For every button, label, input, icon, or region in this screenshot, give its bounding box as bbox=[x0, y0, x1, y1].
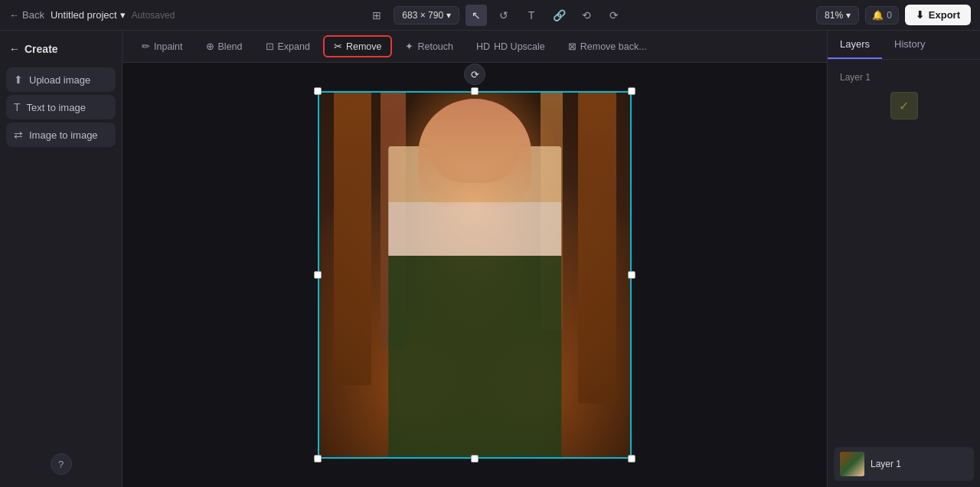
sidebar-title: Create bbox=[24, 43, 58, 55]
project-title: Untitled project bbox=[51, 9, 117, 21]
blend-tool-button[interactable]: ⊕ Blend bbox=[196, 36, 253, 57]
refresh-icon: ⟳ bbox=[471, 69, 479, 80]
inpaint-tool-button[interactable]: ✏ Inpaint bbox=[132, 36, 193, 57]
create-icon: ← bbox=[9, 43, 20, 55]
sidebar-header: ← Create bbox=[6, 37, 116, 61]
tab-history[interactable]: History bbox=[882, 31, 937, 59]
panel-content: Layer 1 ✓ bbox=[828, 60, 980, 441]
chevron-down-icon: ▾ bbox=[120, 9, 126, 21]
resize-icon[interactable]: ⊞ bbox=[366, 5, 387, 26]
retouch-tool-button[interactable]: ✦ Retouch bbox=[395, 36, 463, 57]
blend-icon: ⊕ bbox=[206, 41, 214, 52]
retouch-icon: ✦ bbox=[405, 41, 413, 52]
sidebar-item-label: Image to image bbox=[29, 129, 98, 141]
layer-item[interactable]: Layer 1 bbox=[834, 447, 974, 481]
handle-top-left[interactable] bbox=[314, 87, 322, 95]
checkmark-icon: ✓ bbox=[899, 99, 909, 113]
chevron-down-icon: ▾ bbox=[846, 10, 851, 21]
sidebar-item-upload-image[interactable]: ⬆ Upload image bbox=[6, 67, 116, 92]
back-icon: ← bbox=[9, 9, 19, 21]
topbar-center: ⊞ 683 × 790 ▾ ↖ ↺ T 🔗 ⟲ ⟳ bbox=[184, 5, 807, 26]
layer-item-thumbnail bbox=[840, 452, 864, 476]
undo-icon[interactable]: ↺ bbox=[493, 5, 514, 26]
tree-left-1 bbox=[334, 91, 371, 385]
handle-middle-left[interactable] bbox=[314, 271, 322, 279]
upload-icon: ⬆ bbox=[14, 74, 23, 86]
remove-bg-icon: ⊠ bbox=[568, 41, 577, 52]
chevron-down-icon: ▾ bbox=[446, 10, 451, 21]
hd-label: HD Upscale bbox=[494, 41, 545, 52]
sidebar-item-label: Text to image bbox=[27, 102, 86, 113]
back-label: Back bbox=[22, 9, 44, 21]
canvas-area: ✏ Inpaint ⊕ Blend ⊡ Expand ✂ Remove ✦ Re… bbox=[122, 31, 827, 487]
expand-icon: ⊡ bbox=[266, 41, 274, 52]
topbar-left: ← Back Untitled project ▾ Autosaved bbox=[9, 9, 175, 21]
hd-icon: HD bbox=[476, 41, 490, 52]
project-name[interactable]: Untitled project ▾ bbox=[51, 9, 126, 21]
layer-item-name: Layer 1 bbox=[871, 459, 901, 469]
hd-upscale-tool-button[interactable]: HD HD Upscale bbox=[466, 37, 555, 57]
topbar: ← Back Untitled project ▾ Autosaved ⊞ 68… bbox=[0, 0, 980, 31]
layer-list: Layer 1 bbox=[828, 441, 980, 487]
panel-tabs: Layers History bbox=[828, 31, 980, 60]
tools-toolbar: ✏ Inpaint ⊕ Blend ⊡ Expand ✂ Remove ✦ Re… bbox=[122, 31, 827, 63]
handle-bottom-middle[interactable] bbox=[471, 455, 479, 462]
inpaint-label: Inpaint bbox=[154, 41, 183, 52]
sidebar: ← Create ⬆ Upload image T Text to image … bbox=[0, 31, 122, 487]
remove-bg-label: Remove back... bbox=[580, 41, 647, 52]
sidebar-bottom: ? bbox=[6, 447, 116, 481]
autosaved-status: Autosaved bbox=[132, 10, 175, 21]
handle-top-middle[interactable] bbox=[471, 87, 479, 95]
tab-layers[interactable]: Layers bbox=[828, 31, 882, 59]
handle-top-right[interactable] bbox=[628, 87, 635, 95]
notifications-button[interactable]: 🔔 0 bbox=[865, 6, 899, 25]
zoom-value: 81% bbox=[825, 10, 843, 21]
main-area: ← Create ⬆ Upload image T Text to image … bbox=[0, 31, 980, 487]
inpaint-icon: ✏ bbox=[142, 41, 150, 52]
sidebar-item-image-to-image[interactable]: ⇄ Image to image bbox=[6, 123, 116, 147]
link-icon[interactable]: 🔗 bbox=[548, 5, 570, 26]
canvas-wrapper[interactable]: ⟳ bbox=[122, 63, 827, 487]
retouch-label: Retouch bbox=[417, 41, 453, 52]
text-tool-icon[interactable]: T bbox=[521, 5, 542, 26]
refresh-button[interactable]: ⟳ bbox=[464, 64, 485, 85]
right-panel: Layers History Layer 1 ✓ Layer 1 bbox=[827, 31, 980, 487]
hair-area bbox=[418, 99, 531, 209]
redo-action-icon[interactable]: ⟳ bbox=[603, 5, 625, 26]
canvas-image bbox=[318, 91, 632, 459]
undo-action-icon[interactable]: ⟲ bbox=[576, 5, 597, 26]
layer-thumbnail: ✓ bbox=[890, 92, 918, 119]
help-button[interactable]: ? bbox=[51, 453, 72, 475]
dimensions-value: 683 × 790 bbox=[402, 10, 443, 21]
handle-middle-right[interactable] bbox=[628, 271, 635, 279]
layer-section-label: Layer 1 bbox=[834, 69, 974, 86]
remove-label: Remove bbox=[346, 41, 382, 52]
handle-bottom-left[interactable] bbox=[314, 455, 322, 462]
remove-background-tool-button[interactable]: ⊠ Remove back... bbox=[558, 36, 657, 57]
remove-tool-button[interactable]: ✂ Remove bbox=[323, 35, 393, 57]
bell-icon: 🔔 bbox=[872, 10, 884, 21]
sidebar-item-text-to-image[interactable]: T Text to image bbox=[6, 95, 116, 119]
tab-history-label: History bbox=[894, 38, 925, 50]
zoom-button[interactable]: 81% ▾ bbox=[816, 6, 859, 25]
export-button[interactable]: ⬇ Export bbox=[905, 5, 971, 25]
help-icon: ? bbox=[58, 459, 64, 470]
tree-right-1 bbox=[578, 91, 616, 404]
image-container: ⟳ bbox=[318, 91, 632, 459]
notif-count: 0 bbox=[887, 10, 892, 21]
export-label: Export bbox=[929, 9, 960, 21]
blend-label: Blend bbox=[218, 41, 243, 52]
expand-tool-button[interactable]: ⊡ Expand bbox=[256, 36, 320, 57]
sidebar-item-label: Upload image bbox=[29, 74, 90, 86]
dimensions-button[interactable]: 683 × 790 ▾ bbox=[394, 6, 459, 25]
cursor-tool-button[interactable]: ↖ bbox=[466, 5, 487, 26]
tab-layers-label: Layers bbox=[840, 38, 870, 50]
topbar-right: 81% ▾ 🔔 0 ⬇ Export bbox=[816, 5, 971, 25]
text-icon: T bbox=[14, 101, 21, 113]
download-icon: ⬇ bbox=[916, 9, 924, 21]
image-swap-icon: ⇄ bbox=[14, 129, 23, 141]
remove-icon: ✂ bbox=[334, 41, 342, 52]
back-button[interactable]: ← Back bbox=[9, 9, 44, 21]
handle-bottom-right[interactable] bbox=[628, 455, 635, 462]
expand-label: Expand bbox=[278, 41, 310, 52]
